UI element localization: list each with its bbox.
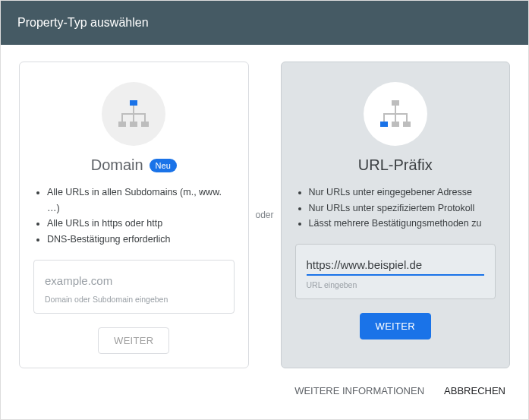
- card-urlprefix-title: URL-Präfix: [358, 156, 433, 174]
- cards-container: Domain Neu Alle URLs in allen Subdomains…: [1, 45, 528, 368]
- urlprefix-button-row: WEITER: [295, 313, 496, 339]
- svg-rect-5: [380, 122, 388, 127]
- continue-button-urlprefix[interactable]: WEITER: [360, 313, 431, 339]
- dialog-title: Property-Typ auswählen: [17, 16, 149, 29]
- urlprefix-input-container: URL eingeben: [295, 244, 496, 299]
- list-item: Alle URLs in allen Subdomains (m., www. …: [47, 185, 231, 216]
- svg-rect-0: [130, 100, 137, 106]
- svg-rect-6: [392, 122, 399, 127]
- or-divider: oder: [249, 62, 281, 368]
- domain-input-container: Domain oder Subdomain eingeben: [33, 260, 235, 314]
- list-item: Nur URLs unter spezifiziertem Protokoll: [309, 201, 493, 216]
- list-item: Lässt mehrere Bestätigungsmethoden zu: [309, 216, 493, 232]
- sitemap-icon: [364, 82, 427, 146]
- or-label: oder: [255, 210, 273, 220]
- list-item: Alle URLs in https oder http: [47, 216, 231, 232]
- more-info-link[interactable]: WEITERE INFORMATIONEN: [294, 385, 424, 396]
- urlprefix-input-helper: URL eingeben: [307, 280, 485, 289]
- card-domain-bullets: Alle URLs in allen Subdomains (m., www. …: [33, 185, 235, 248]
- dialog-header: Property-Typ auswählen: [1, 1, 528, 45]
- domain-input-helper: Domain oder Subdomain eingeben: [45, 295, 223, 304]
- continue-button-domain: WEITER: [98, 327, 169, 354]
- card-url-prefix[interactable]: URL-Präfix Nur URLs unter eingegebener A…: [281, 62, 511, 368]
- card-domain-title-row: Domain Neu: [91, 156, 177, 174]
- list-item: DNS-Bestätigung erforderlich: [47, 232, 231, 248]
- svg-rect-3: [141, 122, 149, 127]
- card-urlprefix-bullets: Nur URLs unter eingegebener Adresse Nur …: [295, 185, 496, 232]
- cancel-button[interactable]: ABBRECHEN: [444, 385, 505, 396]
- svg-rect-4: [392, 100, 399, 106]
- card-domain-title: Domain: [91, 156, 143, 174]
- svg-rect-7: [403, 122, 411, 127]
- card-urlprefix-title-row: URL-Präfix: [358, 156, 433, 174]
- domain-button-row: WEITER: [33, 327, 235, 354]
- dialog-footer: WEITERE INFORMATIONEN ABBRECHEN: [1, 368, 528, 396]
- svg-rect-2: [130, 122, 137, 127]
- domain-input[interactable]: [45, 271, 223, 290]
- list-item: Nur URLs unter eingegebener Adresse: [309, 185, 493, 201]
- svg-rect-1: [118, 122, 126, 127]
- sitemap-icon: [102, 82, 165, 146]
- urlprefix-input[interactable]: [307, 255, 485, 276]
- new-badge: Neu: [150, 159, 177, 172]
- card-domain[interactable]: Domain Neu Alle URLs in allen Subdomains…: [19, 62, 249, 368]
